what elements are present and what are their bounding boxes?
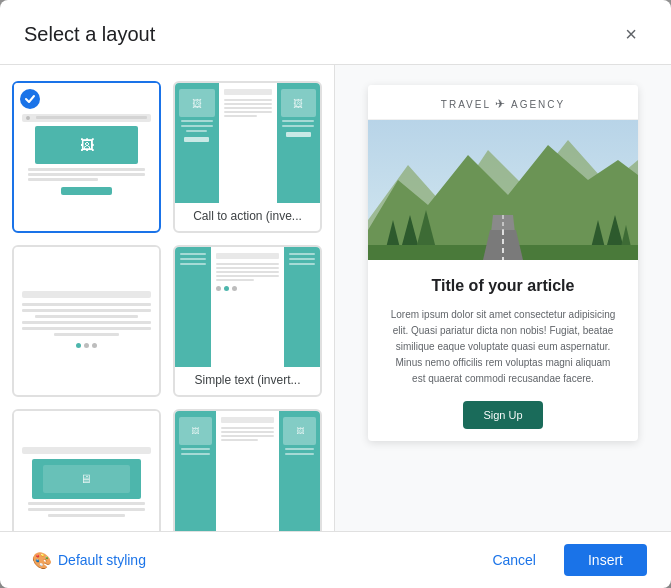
thumb-sidebar-right-btn — [286, 132, 311, 137]
ai-r-line-a — [285, 448, 314, 450]
dot-1 — [76, 343, 81, 348]
selected-check-badge — [20, 89, 40, 109]
dialog-header: Select a layout × — [0, 0, 671, 65]
insert-button[interactable]: Insert — [564, 544, 647, 576]
announce-screen: 🖥 — [32, 459, 142, 499]
simple-inv-sidebar-left — [175, 247, 211, 367]
logo-plane-icon: ✈ — [495, 97, 507, 111]
si-dot-2 — [224, 286, 229, 291]
footer-actions: Cancel Insert — [476, 544, 647, 576]
logo-travel: TRAVEL — [441, 99, 491, 110]
thumb-dots — [76, 343, 97, 348]
email-body-text: Lorem ipsum dolor sit amet consectetur a… — [388, 307, 618, 387]
close-button[interactable]: × — [615, 18, 647, 50]
si-dot-3 — [232, 286, 237, 291]
cta-inv-card-label: Call to action (inve... — [175, 203, 320, 223]
ai-sidebar-right-img: 🖼 — [283, 417, 316, 445]
thumb-sidebar-left: 🖼 — [175, 83, 219, 203]
simple-inv-thumbnail — [175, 247, 320, 367]
ai-r-line-b — [285, 453, 314, 455]
simple-inv-right — [211, 247, 284, 367]
simple-line-2 — [22, 309, 151, 312]
simple-line-4 — [22, 321, 151, 324]
cta-inv-inner: 🖼 — [175, 83, 320, 203]
email-article-title: Title of your article — [388, 276, 618, 297]
sidebar-img-icon: 🖼 — [192, 98, 202, 109]
layout-card-announce-inv[interactable]: 🖼 — [173, 409, 322, 531]
sir-line-1 — [289, 253, 314, 255]
simple-inv-card-label: Simple text (invert... — [175, 367, 320, 387]
screen-icon: 🖥 — [80, 472, 92, 486]
thumb-line-3 — [28, 178, 98, 181]
thumb-sidebar-right-img: 🖼 — [281, 89, 317, 117]
si-r-line-5 — [216, 279, 254, 281]
email-logo: TRAVEL ✈ AGENCY — [441, 97, 565, 111]
ai-r-line-2 — [221, 431, 275, 433]
si-r-line-1 — [216, 263, 279, 265]
thumb-simple-nav — [22, 291, 151, 298]
announce-thumbnail: 🖥 — [14, 411, 159, 531]
dot-2 — [84, 343, 89, 348]
announce-inv-thumbnail: 🖼 — [175, 411, 320, 531]
palette-icon: 🎨 — [32, 551, 52, 570]
sidebar-right-img-icon: 🖼 — [293, 98, 303, 109]
logo-agency: AGENCY — [511, 99, 565, 110]
layout-card-simple[interactable]: Simple text — [12, 245, 161, 397]
select-layout-dialog: Select a layout × 🖼 — [0, 0, 671, 588]
thumb-nav-dot — [26, 116, 30, 120]
thumb-sidebar-img: 🖼 — [179, 89, 215, 117]
ai-r-line-3 — [221, 435, 275, 437]
si-r-line-4 — [216, 275, 279, 277]
cta-inv-thumbnail: 🖼 — [175, 83, 320, 203]
simple-inv-sidebar-right — [284, 247, 320, 367]
thumb-line-1 — [28, 168, 144, 171]
simple-line-1 — [22, 303, 151, 306]
si-line-2 — [180, 258, 205, 260]
si-dot-1 — [216, 286, 221, 291]
cancel-button[interactable]: Cancel — [476, 544, 552, 576]
ai-img-icon: 🖼 — [191, 427, 199, 436]
cta-card-label: Call to action — [14, 223, 159, 233]
simple-thumbnail — [14, 247, 159, 387]
announce-line-2 — [28, 508, 144, 511]
simple-card-label: Simple text — [14, 387, 159, 397]
default-styling-button[interactable]: 🎨 Default styling — [24, 545, 154, 576]
si-line-1 — [180, 253, 205, 255]
thumb-sidebar-right-line-1 — [282, 120, 314, 122]
thumb-sidebar-right: 🖼 — [277, 83, 321, 203]
ai-right-img-icon: 🖼 — [296, 427, 304, 436]
layout-card-cta-inv[interactable]: 🖼 — [173, 81, 322, 233]
email-logo-bar: TRAVEL ✈ AGENCY — [368, 85, 638, 120]
layout-card-cta[interactable]: 🖼 Call to action — [12, 81, 161, 233]
ai-right — [216, 411, 280, 531]
thumb-sidebar-line-1 — [181, 120, 213, 122]
ai-nav — [221, 417, 275, 423]
thumb-right-line-4 — [224, 111, 272, 113]
sir-line-3 — [289, 263, 314, 265]
thumb-right-content — [219, 83, 277, 203]
layout-card-announce[interactable]: 🖥 Announcement — [12, 409, 161, 531]
sir-line-2 — [289, 258, 314, 260]
ai-line-1 — [181, 448, 210, 450]
thumb-sidebar-line-3 — [186, 130, 207, 132]
ai-r-line-1 — [221, 427, 275, 429]
ai-sidebar-right: 🖼 — [279, 411, 320, 531]
thumb-image-box: 🖼 — [35, 126, 138, 164]
thumb-nav-line — [36, 116, 147, 119]
email-signup-button[interactable]: Sign Up — [463, 401, 542, 429]
ai-sidebar-img: 🖼 — [179, 417, 212, 445]
default-styling-label: Default styling — [58, 552, 146, 568]
thumb-right-line-5 — [224, 115, 258, 117]
layout-card-simple-inv[interactable]: Simple text (invert... — [173, 245, 322, 397]
thumb-nav-bar — [22, 114, 151, 122]
dot-3 — [92, 343, 97, 348]
ai-line-2 — [181, 453, 210, 455]
simple-line-5 — [22, 327, 151, 330]
simple-line-3 — [35, 315, 138, 318]
email-content: Title of your article Lorem ipsum dolor … — [368, 260, 638, 441]
email-preview: TRAVEL ✈ AGENCY — [368, 85, 638, 441]
dialog-title: Select a layout — [24, 23, 155, 46]
layout-grid-container: 🖼 Call to action — [0, 65, 335, 531]
thumb-lines — [28, 168, 144, 181]
thumb-line-2 — [28, 173, 144, 176]
